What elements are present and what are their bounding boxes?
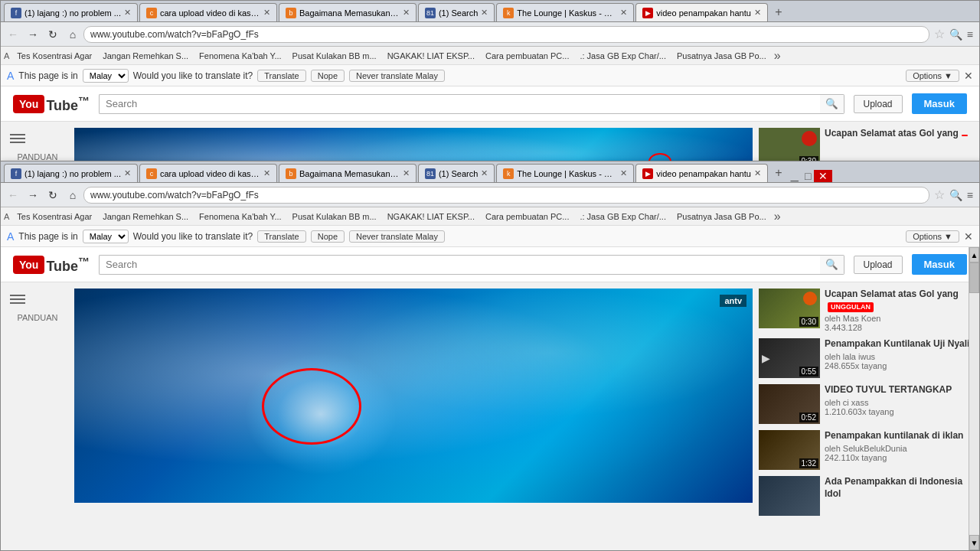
yt-video-player-fg[interactable]: antv (74, 289, 753, 503)
yt-logo-sup-bg: ™ (78, 94, 90, 107)
bookmark-2-bg[interactable]: Jangan Remehkan S... (98, 50, 193, 62)
new-tab-button-fg[interactable]: + (769, 164, 788, 182)
bookmark-6-fg[interactable]: Cara pembuatan PC... (481, 210, 573, 223)
nope-button-bg[interactable]: Nope (311, 70, 345, 82)
bookmark-5-bg[interactable]: NGAKAK! LIAT EKSP... (383, 50, 479, 62)
never-translate-button-bg[interactable]: Never translate Malay (349, 70, 445, 82)
wrench-icon-bg[interactable]: ≡ (964, 28, 976, 41)
tab-close-fg-5[interactable]: ✕ (620, 168, 627, 178)
sidebar-menu-icon-fg[interactable] (7, 289, 68, 310)
tab-search-bg[interactable]: 81 (1) Search ✕ (418, 3, 495, 21)
back-button-fg[interactable]: ← (4, 186, 22, 204)
tab-close-bg-5[interactable]: ✕ (620, 8, 627, 18)
address-bar-bg[interactable]: www.youtube.com/watch?v=bFaPgO_fFs (83, 26, 929, 43)
related-video-5-fg[interactable]: Ada Penampakkan di Indonesia Idol (759, 476, 973, 516)
tab-close-fg-6[interactable]: ✕ (754, 168, 761, 178)
refresh-button-fg[interactable]: ↻ (44, 186, 62, 204)
options-button-fg[interactable]: Options ▼ (906, 230, 959, 243)
tab-close-bg-4[interactable]: ✕ (481, 8, 488, 18)
related-video-4-fg[interactable]: 1:32 Penampakan kuntilanak di iklan oleh… (759, 430, 973, 470)
yt-logo-fg[interactable]: You Tube™ (13, 255, 90, 275)
bookmark-7-bg[interactable]: .: Jasa GB Exp Char/... (575, 50, 671, 62)
translate-button-fg[interactable]: Translate (257, 230, 305, 243)
tab-close-fg-2[interactable]: ✕ (263, 168, 270, 178)
home-button-fg[interactable]: ⌂ (64, 186, 82, 204)
back-button-bg[interactable]: ← (4, 25, 22, 44)
bookmark-star-bg[interactable]: ☆ (931, 27, 948, 41)
yt-search-input-bg[interactable] (99, 94, 819, 114)
wrench-icon-fg[interactable]: ≡ (964, 189, 976, 201)
related-video-1-fg[interactable]: 0:30 Ucapan Selamat atas Gol yangUNGGULA… (759, 289, 973, 332)
yt-upload-button-bg[interactable]: Upload (854, 95, 903, 113)
maximize-button-fg[interactable]: □ (802, 170, 814, 182)
refresh-button-bg[interactable]: ↻ (44, 25, 62, 44)
yt-search-button-bg[interactable]: 🔍 (820, 94, 844, 114)
language-select-fg[interactable]: Malay (83, 230, 129, 243)
bookmark-8-fg[interactable]: Pusatnya Jasa GB Po... (672, 210, 771, 223)
translate-close-fg[interactable]: ✕ (964, 230, 973, 243)
yt-upload-button-fg[interactable]: Upload (854, 256, 903, 274)
yt-signin-button-fg[interactable]: Masuk (912, 254, 967, 275)
bookmark-7-fg[interactable]: .: Jasa GB Exp Char/... (575, 210, 671, 223)
yt-search-input-fg[interactable] (99, 255, 819, 275)
tab-bagaimana-bg[interactable]: b Bagaimana Memasukan V... ✕ (279, 3, 416, 21)
translate-button-bg[interactable]: Translate (257, 70, 305, 82)
bookmark-6-bg[interactable]: Cara pembuatan PC... (481, 50, 573, 62)
tab-bagaimana-fg[interactable]: b Bagaimana Memasukan V... ✕ (279, 164, 416, 182)
yt-search-button-fg[interactable]: 🔍 (820, 255, 844, 275)
related-video-2-fg[interactable]: ▶ 0:55 Penampakan Kuntilanak Uji Nyali o… (759, 338, 973, 378)
translate-close-bg[interactable]: ✕ (964, 70, 973, 82)
tab-lounge-fg[interactable]: k The Lounge | Kaskus - Th... ✕ (496, 164, 634, 182)
tab-close-fg-1[interactable]: ✕ (124, 168, 131, 178)
bookmark-1-fg[interactable]: Tes Kosentrasi Agar (12, 210, 96, 223)
tab-facebook-bg[interactable]: f (1) lajang :) no problem ... ✕ (4, 3, 138, 21)
tab-search-fg[interactable]: 81 (1) Search ✕ (418, 164, 495, 182)
tab-close-bg-2[interactable]: ✕ (263, 8, 270, 18)
options-button-bg[interactable]: Options ▼ (906, 70, 959, 82)
video-channel-3-fg: oleh ci xass (825, 398, 973, 407)
close-button-fg[interactable]: ✕ (814, 170, 832, 182)
address-bar-fg[interactable]: www.youtube.com/watch?v=bFaPgO_fFs (83, 187, 929, 204)
tab-facebook-fg[interactable]: f (1) lajang :) no problem ... ✕ (4, 164, 138, 182)
bookmark-5-fg[interactable]: NGAKAK! LIAT EKSP... (383, 210, 479, 223)
scrollbar-fg[interactable]: ▲ ▼ (969, 247, 979, 550)
yt-signin-button-bg[interactable]: Masuk (912, 93, 967, 114)
scrollbar-thumb-fg[interactable] (969, 262, 979, 293)
tab-lounge-bg[interactable]: k The Lounge | Kaskus - Th... ✕ (496, 3, 634, 21)
tab-close-fg-4[interactable]: ✕ (481, 168, 488, 178)
tab-close-bg-3[interactable]: ✕ (403, 8, 410, 18)
bookmark-4-bg[interactable]: Pusat Kulakan BB m... (288, 50, 381, 62)
bookmark-2-fg[interactable]: Jangan Remehkan S... (98, 210, 193, 223)
forward-button-bg[interactable]: → (24, 25, 42, 44)
bookmark-1-bg[interactable]: Tes Kosentrasi Agar (12, 50, 96, 62)
bookmark-3-fg[interactable]: Fenomena Ka'bah Y... (194, 210, 286, 223)
minimize-button-fg[interactable]: _ (788, 166, 802, 182)
nope-button-fg[interactable]: Nope (311, 230, 345, 243)
scrollbar-up-fg[interactable]: ▲ (969, 247, 979, 262)
tab-close-bg-6[interactable]: ✕ (754, 8, 761, 18)
language-select-bg[interactable]: Malay (83, 69, 129, 83)
bookmark-4-fg[interactable]: Pusat Kulakan BB m... (288, 210, 381, 223)
tab-youtube-fg[interactable]: ▶ video penampakan hantu ✕ (635, 164, 768, 182)
bookmark-3-bg[interactable]: Fenomena Ka'bah Y... (194, 50, 286, 62)
bookmark-8-bg[interactable]: Pusatnya Jasa GB Po... (672, 50, 771, 62)
video-channel-4-fg: oleh SelukBelukDunia (825, 444, 973, 453)
tab-youtube-bg[interactable]: ▶ video penampakan hantu ✕ (635, 3, 768, 21)
home-button-bg[interactable]: ⌂ (64, 25, 82, 44)
tab-kaskus-fg[interactable]: c cara upload video di kask... ✕ (139, 164, 277, 182)
forward-button-fg[interactable]: → (24, 186, 42, 204)
new-tab-button-bg[interactable]: + (769, 3, 788, 21)
sidebar-menu-icon-bg[interactable] (7, 128, 68, 149)
bookmarks-overflow-fg[interactable]: » (773, 210, 782, 223)
yt-logo-bg[interactable]: You Tube™ (13, 94, 90, 114)
tab-kaskus-bg[interactable]: c cara upload video di kask... ✕ (139, 3, 277, 21)
bookmarks-overflow-bg[interactable]: » (773, 49, 782, 63)
bookmark-2-label-fg: Jangan Remehkan S... (103, 212, 188, 221)
related-video-3-fg[interactable]: 0:52 VIDEO TUYUL TERTANGKAP oleh ci xass… (759, 384, 973, 424)
bookmark-star-fg[interactable]: ☆ (931, 187, 948, 202)
scrollbar-down-fg[interactable]: ▼ (969, 535, 979, 550)
tab-close-fg-3[interactable]: ✕ (403, 168, 410, 178)
tab-close-bg-1[interactable]: ✕ (124, 8, 131, 18)
never-translate-button-fg[interactable]: Never translate Malay (349, 230, 445, 243)
yt-logo-box-bg: You (13, 95, 44, 113)
